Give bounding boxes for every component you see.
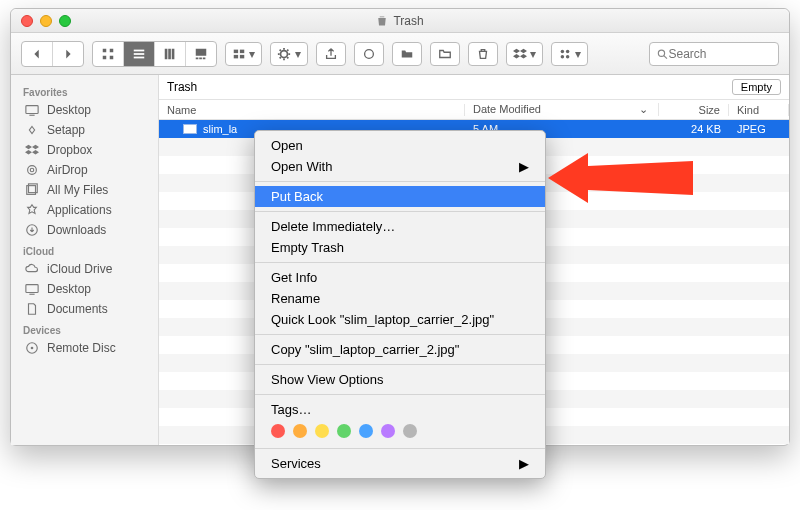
svg-point-20 (561, 49, 565, 53)
menu-show-view-options[interactable]: Show View Options (255, 369, 545, 390)
tag-blue[interactable] (359, 424, 373, 438)
empty-trash-button[interactable]: Empty (732, 79, 781, 95)
sidebar-heading: iCloud (11, 240, 158, 259)
location-title: Trash (167, 80, 197, 94)
new-folder-button[interactable] (430, 42, 460, 66)
sidebar-item-applications[interactable]: Applications (11, 200, 158, 220)
tag-green[interactable] (337, 424, 351, 438)
menu-delete-immediately[interactable]: Delete Immediately… (255, 216, 545, 237)
menu-tags[interactable]: Tags… (255, 399, 545, 420)
tag-yellow[interactable] (315, 424, 329, 438)
forward-button[interactable] (53, 42, 83, 66)
sidebar-item-label: All My Files (47, 183, 108, 197)
minimize-window-button[interactable] (40, 15, 52, 27)
sidebar-item-airdrop[interactable]: AirDrop (11, 160, 158, 180)
sidebar-item-setapp[interactable]: Setapp (11, 120, 158, 140)
tag-purple[interactable] (381, 424, 395, 438)
svg-rect-16 (234, 54, 238, 58)
svg-point-21 (566, 49, 570, 53)
view-gallery-button[interactable] (186, 42, 216, 66)
sidebar-item-label: Documents (47, 302, 108, 316)
trash-icon (376, 15, 388, 27)
menu-copy[interactable]: Copy "slim_laptop_carrier_2.jpg" (255, 339, 545, 360)
search-input[interactable] (669, 47, 773, 61)
sidebar-item-allfiles[interactable]: All My Files (11, 180, 158, 200)
tag-color-row (255, 420, 545, 444)
svg-point-24 (658, 50, 664, 56)
sidebar-item-desktop-icloud[interactable]: Desktop (11, 279, 158, 299)
back-button[interactable] (22, 42, 53, 66)
sidebar-item-documents[interactable]: Documents (11, 299, 158, 319)
svg-rect-13 (203, 57, 206, 59)
column-size[interactable]: Size (659, 104, 729, 116)
search-icon (656, 47, 669, 61)
svg-rect-11 (196, 57, 199, 59)
tags-button[interactable] (354, 42, 384, 66)
svg-point-22 (561, 54, 565, 58)
svg-rect-7 (165, 48, 168, 59)
svg-rect-31 (26, 285, 38, 293)
column-name[interactable]: Name (159, 104, 465, 116)
tag-gray[interactable] (403, 424, 417, 438)
column-headers: Name Date Modified⌄ Size Kind (159, 100, 789, 120)
sidebar-item-label: Desktop (47, 103, 91, 117)
sidebar-item-label: Dropbox (47, 143, 92, 157)
sidebar-item-icloud-drive[interactable]: iCloud Drive (11, 259, 158, 279)
chevron-down-icon: ⌄ (639, 103, 648, 116)
sidebar-item-label: Remote Disc (47, 341, 116, 355)
tag-orange[interactable] (293, 424, 307, 438)
submenu-arrow-icon: ▶ (519, 159, 529, 174)
svg-point-19 (364, 49, 373, 58)
delete-button[interactable] (468, 42, 498, 66)
menu-rename[interactable]: Rename (255, 288, 545, 309)
sidebar-item-downloads[interactable]: Downloads (11, 220, 158, 240)
dropbox-button[interactable]: ▾ (506, 42, 543, 66)
share-button[interactable] (316, 42, 346, 66)
svg-rect-2 (103, 55, 107, 59)
svg-rect-4 (134, 49, 145, 51)
view-columns-button[interactable] (155, 42, 186, 66)
menu-open[interactable]: Open (255, 135, 545, 156)
view-list-button[interactable] (124, 42, 155, 66)
search-field[interactable] (649, 42, 779, 66)
file-size: 24 KB (659, 123, 729, 135)
svg-rect-3 (110, 55, 114, 59)
submenu-arrow-icon: ▶ (519, 456, 529, 471)
svg-rect-10 (196, 48, 207, 55)
sidebar-item-desktop[interactable]: Desktop (11, 100, 158, 120)
svg-rect-5 (134, 53, 145, 55)
folder-button[interactable] (392, 42, 422, 66)
view-icons-button[interactable] (93, 42, 124, 66)
sidebar-item-label: Setapp (47, 123, 85, 137)
tag-red[interactable] (271, 424, 285, 438)
svg-rect-6 (134, 56, 145, 58)
connect-button[interactable]: ▾ (551, 42, 588, 66)
arrange-button[interactable]: ▾ (225, 42, 262, 66)
sidebar-item-dropbox[interactable]: Dropbox (11, 140, 158, 160)
svg-rect-1 (110, 48, 114, 52)
sidebar-item-label: Downloads (47, 223, 106, 237)
menu-put-back[interactable]: Put Back (255, 186, 545, 207)
zoom-window-button[interactable] (59, 15, 71, 27)
sidebar-item-label: Applications (47, 203, 112, 217)
sidebar-item-label: iCloud Drive (47, 262, 112, 276)
menu-quick-look[interactable]: Quick Look "slim_laptop_carrier_2.jpg" (255, 309, 545, 330)
svg-rect-25 (26, 106, 38, 114)
window-title: Trash (11, 14, 789, 28)
menu-open-with[interactable]: Open With▶ (255, 156, 545, 177)
column-kind[interactable]: Kind (729, 104, 789, 116)
view-buttons (92, 41, 217, 67)
close-window-button[interactable] (21, 15, 33, 27)
sidebar-item-remote-disc[interactable]: Remote Disc (11, 338, 158, 358)
path-bar: Trash Empty (159, 75, 789, 100)
column-date[interactable]: Date Modified⌄ (465, 103, 659, 116)
action-button[interactable]: ▾ (270, 42, 307, 66)
menu-services[interactable]: Services▶ (255, 453, 545, 474)
svg-point-23 (566, 54, 570, 58)
sidebar-item-label: AirDrop (47, 163, 88, 177)
sidebar-item-label: Desktop (47, 282, 91, 296)
menu-get-info[interactable]: Get Info (255, 267, 545, 288)
menu-empty-trash[interactable]: Empty Trash (255, 237, 545, 258)
svg-point-33 (31, 347, 34, 350)
file-name: slim_la (203, 123, 237, 135)
